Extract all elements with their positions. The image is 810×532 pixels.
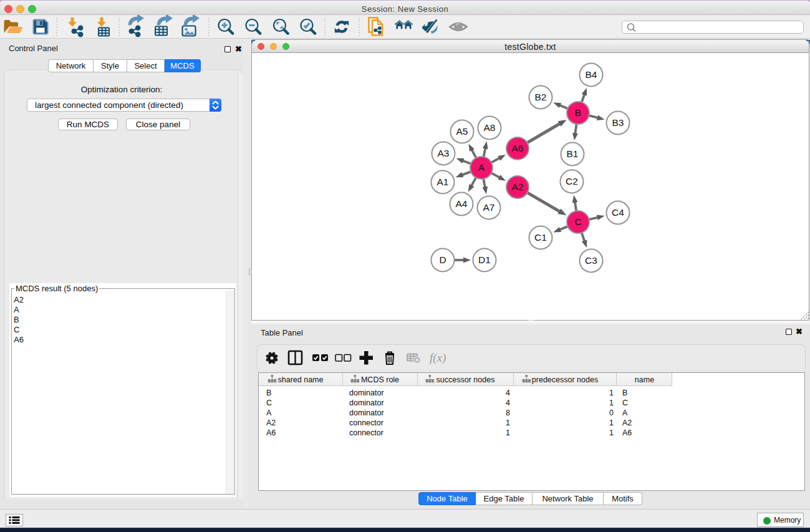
- svg-text:B4: B4: [586, 69, 597, 80]
- svg-text:B1: B1: [567, 148, 579, 159]
- svg-text:C: C: [574, 216, 581, 227]
- svg-text:C1: C1: [534, 232, 547, 243]
- svg-text:C2: C2: [566, 176, 578, 186]
- svg-text:D: D: [439, 254, 446, 265]
- svg-text:f(x): f(x): [430, 351, 446, 365]
- svg-text:C4: C4: [612, 207, 624, 218]
- svg-text:A7: A7: [483, 202, 495, 213]
- svg-text:A6: A6: [512, 143, 524, 153]
- svg-text:A: A: [478, 162, 485, 173]
- svg-text:A3: A3: [438, 148, 450, 158]
- svg-text:D1: D1: [478, 254, 491, 265]
- svg-text:A8: A8: [484, 122, 496, 133]
- svg-text:B: B: [575, 107, 581, 118]
- svg-text:A2: A2: [512, 181, 524, 192]
- svg-text:B3: B3: [612, 117, 624, 128]
- svg-text:A5: A5: [456, 126, 468, 137]
- svg-text:A1: A1: [437, 177, 449, 187]
- svg-text:C3: C3: [585, 255, 597, 266]
- svg-text:A4: A4: [456, 198, 468, 209]
- svg-text:B2: B2: [535, 92, 547, 102]
